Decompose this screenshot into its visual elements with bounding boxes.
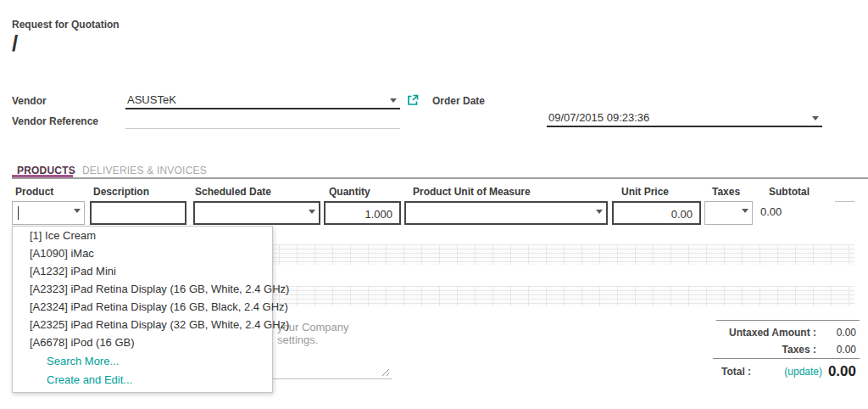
taxes-input[interactable] <box>704 201 753 225</box>
chevron-down-icon[interactable] <box>812 116 819 120</box>
vendor-label: Vendor <box>12 95 47 107</box>
dropdown-item[interactable]: [A2324] iPad Retina Display (16 GB, Blac… <box>13 298 272 316</box>
taxes-total-label: Taxes : <box>716 344 816 356</box>
subtotal-value: 0.00 <box>760 205 782 218</box>
tab-deliveries-invoices[interactable]: DELIVERIES & INVOICES <box>82 165 207 176</box>
column-header-unit-of-measure: Product Unit of Measure <box>413 186 531 198</box>
vendor-field[interactable]: ASUSTeK <box>125 92 400 109</box>
column-header-quantity: Quantity <box>329 186 370 198</box>
product-input[interactable] <box>12 201 85 225</box>
quantity-value: 1.000 <box>364 208 392 221</box>
scheduled-date-input[interactable] <box>193 201 320 225</box>
dropdown-item[interactable]: [A2325] iPad Retina Display (32 GB, Whit… <box>13 316 272 333</box>
create-and-edit-link[interactable]: Create and Edit... <box>13 370 272 389</box>
vendor-reference-input[interactable] <box>125 113 400 129</box>
tabs-divider <box>12 177 868 179</box>
column-header-taxes: Taxes <box>712 186 740 198</box>
extra-column-rule <box>835 201 854 202</box>
record-type-label: Request for Quotation <box>12 19 120 31</box>
untaxed-amount-label: Untaxed Amount : <box>716 327 816 339</box>
text-cursor <box>18 206 19 220</box>
unit-price-input[interactable]: 0.00 <box>612 201 701 225</box>
request-for-quotation-form: Request for Quotation / Vendor ASUSTeK V… <box>0 0 868 409</box>
record-name: / <box>12 31 18 57</box>
untaxed-amount-value: 0.00 <box>817 327 856 339</box>
external-link-icon[interactable] <box>406 93 420 107</box>
dropdown-item[interactable]: [A1232] iPad Mini <box>13 262 272 280</box>
column-header-description: Description <box>93 186 149 198</box>
update-total-link[interactable]: (update) <box>780 366 822 378</box>
description-input[interactable] <box>90 201 186 225</box>
chevron-down-icon[interactable] <box>596 210 603 214</box>
chevron-down-icon[interactable] <box>742 209 748 213</box>
chevron-down-icon[interactable] <box>309 210 315 214</box>
column-header-subtotal: Subtotal <box>769 186 810 198</box>
unit-of-measure-input[interactable] <box>404 201 608 225</box>
total-value: 0.00 <box>817 363 856 380</box>
total-label: Total : <box>721 366 751 378</box>
dropdown-item[interactable]: [A6678] iPod (16 GB) <box>13 333 272 351</box>
chevron-down-icon[interactable] <box>74 209 81 213</box>
unit-price-value: 0.00 <box>671 208 693 221</box>
search-more-link[interactable]: Search More... <box>13 351 272 370</box>
chevron-down-icon[interactable] <box>390 98 397 103</box>
quantity-input[interactable]: 1.000 <box>324 201 401 225</box>
totals-divider <box>713 358 860 359</box>
notes-placeholder: your Company settings. <box>277 321 392 346</box>
totals-divider <box>716 320 860 321</box>
order-date-value: 09/07/2015 09:23:36 <box>548 111 649 124</box>
dropdown-item[interactable]: [A2323] iPad Retina Display (16 GB, Whit… <box>13 280 272 298</box>
vendor-reference-label: Vendor Reference <box>12 115 98 127</box>
resize-handle-icon[interactable] <box>380 367 390 377</box>
vendor-value: ASUSTeK <box>127 93 176 106</box>
product-dropdown: [1] Ice Cream [A1090] iMac [A1232] iPad … <box>12 226 273 393</box>
order-date-label: Order Date <box>432 95 485 107</box>
column-header-scheduled-date: Scheduled Date <box>195 186 271 198</box>
order-date-field[interactable]: 09/07/2015 09:23:36 <box>547 109 822 127</box>
dropdown-item[interactable]: [A1090] iMac <box>13 244 272 262</box>
taxes-total-value: 0.00 <box>817 344 856 356</box>
column-header-product: Product <box>15 186 53 198</box>
column-header-unit-price: Unit Price <box>621 186 669 198</box>
dropdown-item[interactable]: [1] Ice Cream <box>13 227 272 244</box>
